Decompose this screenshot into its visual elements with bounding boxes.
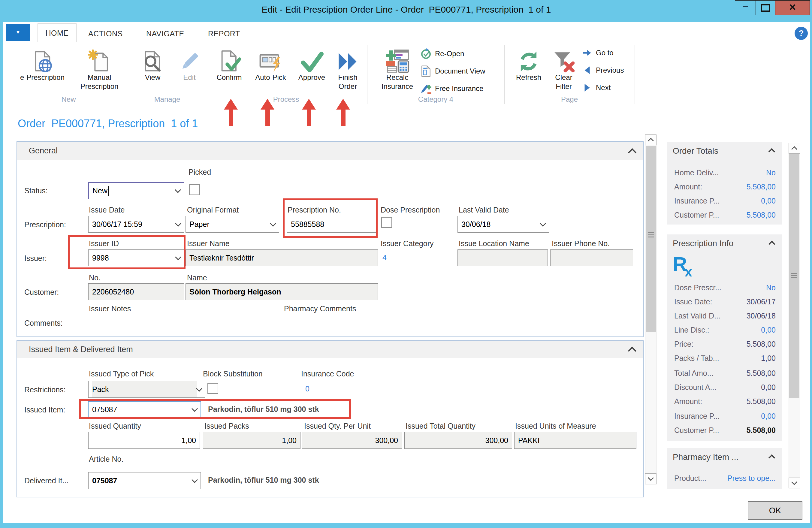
chevron-down-icon[interactable] <box>175 254 181 260</box>
app-menu-button[interactable]: ▼ <box>6 24 30 41</box>
general-collapse-icon[interactable] <box>629 149 635 156</box>
chevron-down-icon[interactable] <box>191 405 198 412</box>
tab-report[interactable]: REPORT <box>208 29 240 38</box>
row-value[interactable]: 0,00 <box>761 412 776 421</box>
issued-packs-input[interactable]: 1,00 <box>203 432 301 449</box>
view-label: View <box>135 73 170 82</box>
chevron-down-icon[interactable] <box>540 220 546 226</box>
view-button[interactable]: View <box>135 45 170 82</box>
comments-label: Comments: <box>24 319 63 327</box>
prescription-info-collapse-icon[interactable] <box>769 241 774 247</box>
issued-qty-per-unit-input[interactable]: 300,00 <box>302 432 402 449</box>
status-combobox[interactable]: New <box>88 182 184 199</box>
issued-qty-per-unit-label: Issued Qty. Per Unit <box>304 422 371 430</box>
issued-fasttab-header[interactable]: Issued Item & Delivered Item <box>17 341 643 358</box>
previous-button[interactable]: Previous <box>581 65 624 75</box>
type-of-pick-combobox[interactable]: Pack <box>88 381 205 398</box>
block-substitution-checkbox[interactable] <box>207 383 218 394</box>
issuer-label: Issuer: <box>24 254 47 263</box>
reopen-button[interactable]: Re-Open <box>420 48 464 60</box>
goto-button[interactable]: Go to <box>581 48 613 58</box>
edit-button[interactable]: Edit <box>173 45 206 82</box>
article-no-label: Article No. <box>89 455 124 464</box>
issued-quantity-input[interactable]: 1,00 <box>88 432 200 449</box>
prescription-no-value: 55885588 <box>291 220 324 229</box>
main-scrollbar-down-button[interactable] <box>645 473 656 484</box>
document-view-label: Document View <box>435 67 485 75</box>
finish-order-button[interactable]: Finish Order <box>331 45 365 91</box>
customer-label: Customer: <box>24 288 59 296</box>
minimize-button[interactable]: – <box>735 0 756 15</box>
issuer-category-value[interactable]: 4 <box>382 253 387 262</box>
factbox-scrollbar-up-button[interactable] <box>788 143 800 154</box>
issued-uom-input[interactable]: PAKKI <box>514 432 636 449</box>
row-value[interactable]: 5.508,00 <box>746 211 776 219</box>
pharmacy-item-collapse-icon[interactable] <box>769 455 774 460</box>
dose-prescription-checkbox[interactable] <box>381 217 392 228</box>
tab-actions[interactable]: ACTIONS <box>88 29 123 38</box>
next-button[interactable]: Next <box>581 83 611 93</box>
row-label: Customer P... <box>674 426 719 435</box>
main-scrollbar-thumb[interactable] <box>646 146 656 332</box>
last-valid-date-value: 30/06/18 <box>461 220 491 229</box>
confirm-button[interactable]: Confirm <box>211 45 248 82</box>
maximize-button[interactable] <box>756 0 775 15</box>
eprescription-button[interactable]: e-Prescription <box>14 45 71 82</box>
tab-home[interactable]: HOME <box>38 24 76 42</box>
title-bar[interactable]: Edit - Edit Presciption Order Line - Ord… <box>0 0 812 22</box>
row-value[interactable]: 0,00 <box>761 326 776 334</box>
issued-item-combobox[interactable]: 075087 <box>88 401 201 417</box>
prescription-no-input[interactable]: 55885588 <box>287 216 377 233</box>
issue-date-combobox[interactable]: 30/06/17 15:59 <box>88 216 184 233</box>
product-open-link[interactable]: Press to ope... <box>727 474 776 483</box>
last-valid-date-combobox[interactable]: 30/06/18 <box>458 216 549 233</box>
chevron-down-icon[interactable] <box>191 476 198 483</box>
close-button[interactable]: × <box>775 0 810 15</box>
chevron-down-icon[interactable] <box>175 220 181 226</box>
help-button[interactable]: ? <box>795 27 808 40</box>
manual-prescription-button[interactable]: Manual Prescription <box>75 45 124 91</box>
customer-no-input[interactable]: 2206052480 <box>88 283 184 300</box>
row-value[interactable]: No <box>766 168 776 177</box>
row-value[interactable]: No <box>766 283 776 292</box>
issuer-id-combobox[interactable]: 9998 <box>88 249 184 266</box>
picked-checkbox[interactable] <box>189 184 200 195</box>
manual-prescription-icon <box>75 45 124 73</box>
issue-location-input[interactable] <box>458 249 548 266</box>
main-scrollbar-up-button[interactable] <box>645 134 656 145</box>
general-fasttab-header[interactable]: General <box>17 142 643 160</box>
recalc-insurance-button[interactable]: Recalc Insurance <box>376 45 419 91</box>
row-value: 5.508,00 <box>746 340 776 349</box>
delivered-item-combobox[interactable]: 075087 <box>88 472 201 489</box>
approve-button[interactable]: Approve <box>293 45 331 82</box>
chevron-down-icon[interactable] <box>175 187 181 193</box>
insurance-code-value[interactable]: 0 <box>305 384 309 393</box>
pharmacy-comments-label: Pharmacy Comments <box>284 304 356 313</box>
issuer-phone-input[interactable] <box>550 249 633 266</box>
chevron-down-icon[interactable] <box>270 220 276 226</box>
autopick-button[interactable]: Auto-Pick <box>250 45 291 82</box>
clear-filter-button[interactable]: Clear Filter <box>547 45 580 91</box>
document-view-button[interactable]: Document View <box>420 65 485 77</box>
chevron-down-icon <box>648 475 654 481</box>
original-format-combobox[interactable]: Paper <box>186 216 279 233</box>
issued-collapse-icon[interactable] <box>629 348 635 354</box>
free-insurance-button[interactable]: Free Insurance <box>420 83 483 94</box>
customer-name-input[interactable]: Sólon Thorberg Helgason <box>186 283 378 300</box>
row-value[interactable]: 5.508,00 <box>746 182 776 191</box>
row-value[interactable]: 0,00 <box>761 196 776 205</box>
document-view-icon <box>420 65 432 77</box>
chevron-down-icon[interactable] <box>196 385 202 392</box>
delivered-item-no: 075087 <box>92 476 117 485</box>
insurance-code-label: Insurance Code <box>301 369 354 378</box>
refresh-button[interactable]: Refresh <box>512 45 545 82</box>
scrollbar-grip-icon <box>648 231 654 239</box>
issued-total-quantity-input[interactable]: 300,00 <box>404 432 512 449</box>
ok-button[interactable]: OK <box>748 501 802 520</box>
order-totals-collapse-icon[interactable] <box>769 149 774 154</box>
issuer-name-input[interactable]: Testlæknir Tesdóttir <box>186 249 378 266</box>
tab-navigate[interactable]: NAVIGATE <box>146 29 184 38</box>
factbox-row: Issue Date:30/06/17 <box>674 297 776 306</box>
factbox-scrollbar-down-button[interactable] <box>788 478 800 488</box>
factbox-scrollbar-thumb[interactable] <box>789 154 799 398</box>
